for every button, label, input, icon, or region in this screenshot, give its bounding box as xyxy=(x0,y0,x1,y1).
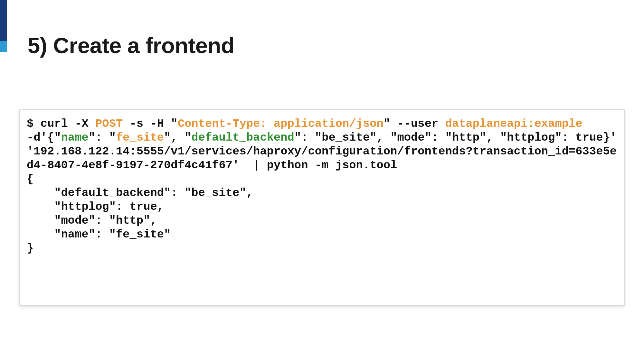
http-method: POST xyxy=(95,117,123,130)
quote: " xyxy=(54,131,61,144)
quote: " xyxy=(384,117,390,130)
quote: " xyxy=(185,131,191,144)
cmd-part: --user xyxy=(390,117,445,130)
json-key-name: name xyxy=(61,131,89,144)
sep: : " xyxy=(95,131,116,144)
response-line: "default_backend": "be_site", xyxy=(27,186,253,200)
code-block: $ curl -X POST -s -H "Content-Type: appl… xyxy=(27,117,617,255)
quote: " xyxy=(89,131,95,144)
json-value-fe-site: fe_site xyxy=(116,131,164,144)
cmd-part: curl -X xyxy=(41,117,95,130)
response-close: } xyxy=(27,242,33,255)
content-type-header: Content-Type: application/json xyxy=(178,117,384,130)
cmd-part: : "be_site", "mode": "http", "httplog": … xyxy=(301,131,617,144)
code-panel: $ curl -X POST -s -H "Content-Type: appl… xyxy=(19,109,625,306)
accent-bar-light xyxy=(0,41,7,52)
quote: " xyxy=(294,131,301,144)
response-open: { xyxy=(27,172,33,186)
json-key-default-backend: default_backend xyxy=(191,131,294,144)
slide-title: 5) Create a frontend xyxy=(28,33,234,58)
cmd-part: -d'{ xyxy=(27,131,54,144)
response-line: "httplog": true, xyxy=(27,200,164,213)
prompt: $ xyxy=(27,117,41,130)
pipe-cmd: | python -m json.tool xyxy=(246,159,397,172)
quote: " xyxy=(171,117,177,130)
accent-bar-dark xyxy=(0,0,7,41)
credentials: dataplaneapi:example xyxy=(445,117,582,130)
cmd-part: -s -H xyxy=(123,117,171,130)
cmd-part: ", xyxy=(164,131,185,144)
response-line: "name": "fe_site" xyxy=(27,228,171,241)
response-line: "mode": "http", xyxy=(27,214,157,227)
